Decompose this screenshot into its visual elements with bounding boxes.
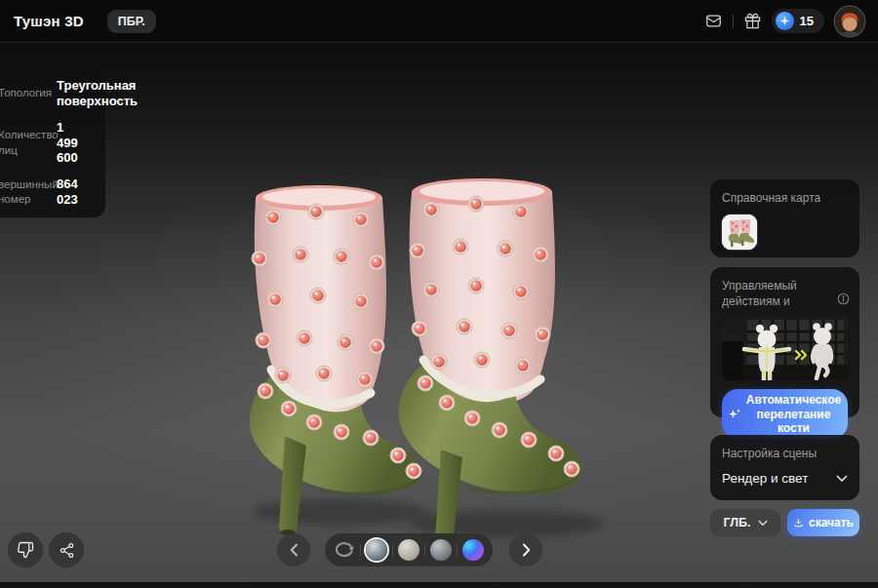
- pearl: [548, 446, 564, 461]
- previous-view-button[interactable]: [277, 533, 310, 567]
- dislike-button[interactable]: [8, 532, 43, 568]
- pearl: [369, 338, 384, 354]
- pearl: [533, 247, 548, 262]
- auto-rig-button-label: Автоматическое перелетание кости: [745, 393, 842, 434]
- download-label: скачать: [809, 516, 854, 529]
- stat-vertices: вершинный номер 864 023: [0, 176, 105, 208]
- render-mode-toolbar: [325, 533, 493, 567]
- render-light-value: Рендер и свет: [722, 471, 808, 486]
- pearl: [457, 319, 472, 334]
- boot-left: [250, 185, 420, 535]
- material-mode-wireframe[interactable]: [430, 539, 452, 561]
- pearl: [306, 414, 322, 430]
- pearl: [423, 202, 439, 217]
- render-light-dropdown[interactable]: Рендер и свет: [722, 471, 848, 486]
- scene-settings-title: Настройка сцены: [722, 446, 848, 461]
- pearl: [535, 327, 550, 342]
- app-window: Тушэн 3D ПБР. 15: [0, 0, 878, 588]
- pearl: [353, 294, 369, 309]
- gift-icon[interactable]: [744, 13, 761, 29]
- scene-settings-panel: Настройка сцены Рендер и свет: [710, 435, 859, 500]
- pearl: [521, 432, 537, 448]
- pearl: [564, 461, 579, 477]
- header-separator: [733, 15, 734, 28]
- next-view-button[interactable]: [509, 533, 542, 567]
- toolbar-separator: [424, 544, 425, 557]
- pearl: [334, 249, 349, 264]
- boot-right: [398, 178, 581, 547]
- stat-topology: Топология Треугольная поверхность: [0, 78, 105, 109]
- header-bar: Тушэн 3D ПБР. 15: [0, 0, 878, 43]
- mail-icon[interactable]: [705, 13, 722, 29]
- pearl: [513, 284, 529, 299]
- stat-topology-label: Топология: [0, 86, 54, 101]
- reference-map-title: Справочная карта: [722, 190, 848, 206]
- stat-topology-value: Треугольная поверхность: [57, 78, 138, 109]
- rigging-preview-image: [722, 316, 848, 380]
- pearl: [363, 430, 379, 446]
- chevron-down-icon: [758, 520, 768, 527]
- pearl: [267, 292, 283, 307]
- info-icon[interactable]: [837, 293, 850, 305]
- pbr-badge[interactable]: ПБР.: [107, 10, 156, 33]
- stat-vertices-value: 864 023: [57, 176, 86, 208]
- chevron-right-icon: [522, 543, 531, 557]
- stat-faces: Количество лиц 1 499 600: [0, 120, 105, 167]
- pearl: [256, 333, 271, 348]
- header-actions: 15: [705, 7, 864, 36]
- stat-vertices-label: вершинный номер: [0, 177, 54, 208]
- pearl: [353, 212, 369, 227]
- pearl: [308, 204, 324, 219]
- pearl: [297, 331, 312, 346]
- rotate-orbit-icon[interactable]: [334, 539, 355, 561]
- pearl: [293, 247, 308, 262]
- toolbar-separator: [360, 544, 361, 557]
- pearl: [390, 448, 406, 463]
- pearl: [406, 463, 421, 479]
- pearl: [474, 352, 490, 368]
- pearl: [258, 383, 273, 399]
- download-button[interactable]: скачать: [787, 509, 859, 536]
- pearl: [412, 321, 427, 336]
- pearl: [423, 282, 439, 297]
- material-mode-normal[interactable]: [462, 539, 484, 561]
- chevron-left-icon: [290, 543, 299, 557]
- pearl: [275, 368, 291, 383]
- material-mode-clay[interactable]: [398, 539, 419, 561]
- pearl: [418, 375, 433, 391]
- window-bottom-edge: [0, 582, 878, 588]
- pearl: [265, 210, 281, 225]
- format-select-button[interactable]: ГЛБ.: [710, 509, 780, 536]
- boots-3d-model: [222, 114, 613, 563]
- pearl: [281, 401, 297, 416]
- stat-faces-value: 1 499 600: [57, 120, 82, 167]
- credit-coin-icon: [776, 12, 794, 30]
- reference-image-thumbnail[interactable]: [722, 215, 757, 250]
- reference-map-panel: Справочная карта: [710, 179, 859, 257]
- share-button[interactable]: [49, 532, 84, 568]
- avatar[interactable]: [835, 7, 864, 36]
- credits-count: 15: [800, 14, 814, 28]
- pearl: [338, 334, 353, 350]
- material-mode-textured[interactable]: [366, 539, 387, 561]
- pearl: [310, 288, 326, 303]
- pearl: [492, 422, 507, 438]
- stat-faces-label: Количество лиц: [0, 128, 54, 158]
- chevron-down-icon: [836, 475, 848, 483]
- credits-pill[interactable]: 15: [772, 9, 824, 33]
- pearl: [316, 366, 332, 381]
- share-nodes-icon: [59, 542, 75, 559]
- app-title: Тушэн 3D: [14, 13, 84, 29]
- pearl: [453, 239, 468, 255]
- pearl: [513, 204, 529, 219]
- thumbs-down-icon: [17, 541, 34, 559]
- magic-sparkle-icon: [728, 408, 741, 421]
- pearl: [410, 243, 425, 258]
- auto-rig-button[interactable]: Автоматическое перелетание кости: [722, 389, 848, 438]
- pearl: [468, 278, 484, 294]
- pearl: [252, 251, 267, 266]
- pearl: [468, 196, 484, 212]
- toolbar-separator: [457, 544, 458, 557]
- pearl: [464, 411, 480, 426]
- pearl: [334, 424, 349, 440]
